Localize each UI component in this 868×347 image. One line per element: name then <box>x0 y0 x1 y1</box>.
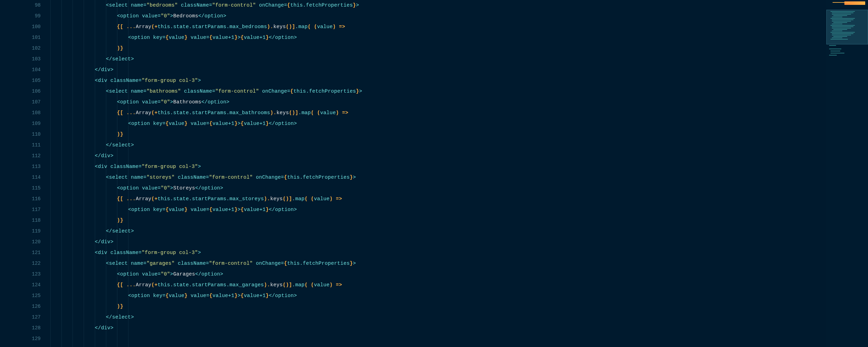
code-area[interactable]: <select name="bedrooms" className="form-… <box>47 0 868 347</box>
code-line[interactable]: <option value="0">Storeys</option> <box>47 183 868 194</box>
code-line[interactable]: <option value="0">Garages</option> <box>47 269 868 280</box>
code-token: <select <box>106 175 131 180</box>
code-token: className= <box>110 250 142 255</box>
code-token: [ ... <box>120 110 136 116</box>
code-token: onChange= <box>253 261 284 266</box>
code-token: <option <box>128 207 153 212</box>
minimap-line <box>831 11 855 12</box>
code-line[interactable]: <div className="form-group col-3"> <box>47 161 868 172</box>
code-token: value+1 <box>212 35 234 40</box>
code-token: ( ( <box>304 196 314 202</box>
code-editor[interactable]: 9899100101102103104105106107108109110111… <box>0 0 868 347</box>
minimap-line <box>832 35 851 35</box>
code-token: { <box>209 207 212 212</box>
code-token: "form-control" <box>215 88 259 94</box>
code-token: <option <box>117 13 142 19</box>
code-line[interactable]: <select name="storeys" className="form-c… <box>47 172 868 183</box>
code-line[interactable]: <select name="bedrooms" className="form-… <box>47 0 868 11</box>
code-token: </option> <box>201 99 229 105</box>
line-number: 112 <box>0 151 41 161</box>
code-token: .map <box>292 282 304 288</box>
minimap-line <box>831 18 855 19</box>
code-token: value= <box>142 99 161 105</box>
code-token: this.fetchProperties <box>287 261 350 266</box>
code-token: "0" <box>161 271 170 277</box>
code-token: { <box>117 24 120 29</box>
code-line[interactable]: {[ ...Array(+this.state.startParams.max_… <box>47 108 868 118</box>
minimap-line <box>829 49 841 49</box>
code-token: name= <box>131 88 147 94</box>
code-token: "garages" <box>147 261 175 266</box>
code-line[interactable]: {[ ...Array(+this.state.startParams.max_… <box>47 22 868 32</box>
code-token: (+ <box>151 282 158 288</box>
code-line[interactable]: {[ ...Array(+this.state.startParams.max_… <box>47 194 868 204</box>
code-token: "0" <box>161 185 170 191</box>
line-number: 123 <box>0 269 41 280</box>
code-token: </select> <box>106 56 134 62</box>
code-token: { <box>166 121 169 126</box>
code-token: .map <box>298 110 311 116</box>
code-token: this.state.startParams.max_garages <box>158 282 264 288</box>
code-token: "0" <box>161 99 170 105</box>
code-token: keys <box>270 282 283 288</box>
code-token: <option <box>128 293 153 298</box>
code-line[interactable] <box>47 333 868 344</box>
code-token: value+1 <box>212 121 234 126</box>
code-line[interactable]: <option value="0">Bedrooms</option> <box>47 11 868 22</box>
code-line[interactable]: <option value="0">Bathrooms</option> <box>47 97 868 108</box>
code-token: "0" <box>161 13 170 19</box>
code-line[interactable]: </div> <box>47 323 868 333</box>
line-number: 111 <box>0 140 41 151</box>
minimap[interactable] <box>826 0 868 347</box>
code-line[interactable]: </div> <box>47 237 868 247</box>
code-line[interactable]: <option key={value} value={value+1}>{val… <box>47 204 868 215</box>
code-line[interactable]: <div className="form-group col-3"> <box>47 75 868 86</box>
code-line[interactable]: </select> <box>47 312 868 323</box>
code-token: ). <box>264 282 270 288</box>
code-line[interactable]: <select name="garages" className="form-c… <box>47 258 868 269</box>
code-token: { <box>284 175 287 180</box>
code-line[interactable]: {[ ...Array(+this.state.startParams.max_… <box>47 280 868 290</box>
minimap-line <box>831 39 848 40</box>
minimap-line <box>831 32 855 33</box>
code-line[interactable]: <div className="form-group col-3"> <box>47 247 868 258</box>
code-line[interactable]: </select> <box>47 226 868 237</box>
code-line[interactable]: </select> <box>47 140 868 151</box>
code-line[interactable]: </div> <box>47 65 868 75</box>
minimap-line <box>833 15 847 16</box>
code-token: { <box>166 293 169 298</box>
line-number: 126 <box>0 301 41 312</box>
line-number: 125 <box>0 290 41 301</box>
line-number: 127 <box>0 312 41 323</box>
line-number: 103 <box>0 54 41 65</box>
code-token: { <box>241 35 244 40</box>
code-token: this.fetchProperties <box>290 2 353 8</box>
code-token: } <box>184 293 187 298</box>
line-number: 128 <box>0 323 41 333</box>
code-line[interactable]: <option key={value} value={value+1}>{val… <box>47 32 868 43</box>
code-token: ()] <box>286 24 295 29</box>
code-line[interactable]: </div> <box>47 151 868 161</box>
code-line[interactable]: )} <box>47 301 868 312</box>
line-number: 102 <box>0 43 41 54</box>
code-token: value <box>169 293 184 298</box>
code-lines[interactable]: <select name="bedrooms" className="form-… <box>47 0 868 344</box>
code-token: > <box>359 88 362 94</box>
code-line[interactable]: <select name="bathrooms" className="form… <box>47 86 868 97</box>
code-line[interactable]: )} <box>47 215 868 226</box>
code-token: key= <box>153 207 166 212</box>
code-token: <option <box>117 271 142 277</box>
line-number: 116 <box>0 194 41 204</box>
code-token: this.state.startParams.max_bedrooms <box>158 24 267 29</box>
code-line[interactable]: )} <box>47 43 868 54</box>
line-number: 118 <box>0 215 41 226</box>
line-number: 107 <box>0 97 41 108</box>
minimap-line <box>832 33 853 34</box>
code-line[interactable]: )} <box>47 129 868 140</box>
code-line[interactable]: <option key={value} value={value+1}>{val… <box>47 118 868 129</box>
code-token: value <box>169 121 184 126</box>
minimap-line <box>832 12 853 13</box>
code-line[interactable]: <option key={value} value={value+1}>{val… <box>47 290 868 301</box>
code-line[interactable]: </select> <box>47 54 868 65</box>
code-token: ( ( <box>311 110 320 116</box>
